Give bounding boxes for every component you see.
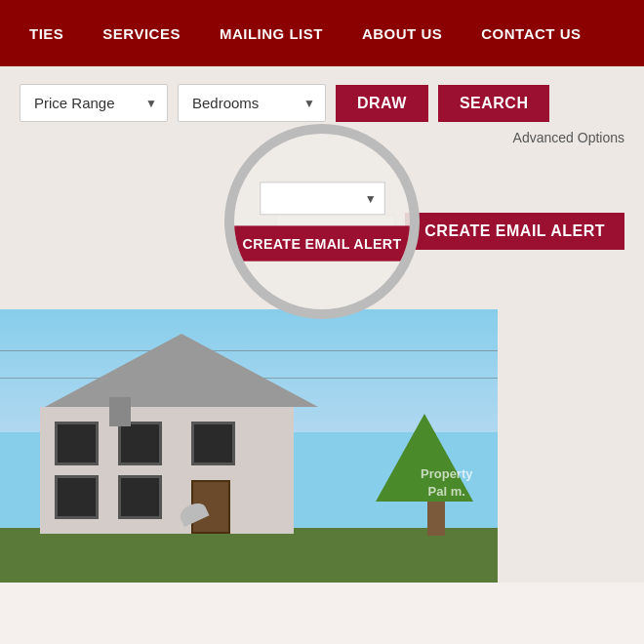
- magnifier-content: ▼ CREATE EMAIL AL­ERT: [227, 181, 417, 261]
- window-1: [55, 422, 99, 465]
- window-3: [191, 422, 235, 465]
- window-4: [55, 475, 99, 519]
- navbar: TIES SERVICES MAILING LIST ABOUT US CONT…: [0, 0, 644, 66]
- search-button[interactable]: SEARCH: [438, 85, 550, 122]
- nav-item-ties[interactable]: TIES: [10, 0, 83, 66]
- magnifier-dropdown-wrap: ▼: [260, 181, 385, 215]
- watermark: Property Pal m.: [421, 465, 472, 501]
- price-range-wrap: Price Range Any £100k £200k £300k £400k …: [20, 84, 168, 122]
- search-row: Price Range Any £100k £200k £300k £400k …: [20, 84, 624, 122]
- nav-item-mailing-list[interactable]: MAILING LIST: [200, 0, 342, 66]
- roof: [45, 334, 318, 407]
- window-2: [118, 422, 162, 465]
- email-alert-button[interactable]: CREATE EMAIL ALERT: [405, 213, 624, 250]
- magnifier-email-alert-button[interactable]: CREATE EMAIL AL­ERT: [227, 225, 417, 261]
- nav-item-services[interactable]: SERVICES: [83, 0, 200, 66]
- bedrooms-wrap: Bedrooms 1 2 3 4 5+ ▼: [178, 84, 326, 122]
- nav-item-about-us[interactable]: ABOUT US: [342, 0, 462, 66]
- tree-trunk: [427, 502, 445, 536]
- watermark-line1: Property: [421, 465, 472, 483]
- window-5: [118, 475, 162, 519]
- house: [40, 334, 314, 534]
- chimney: [109, 397, 131, 426]
- house-body: [40, 407, 294, 534]
- draw-button[interactable]: DRAW: [336, 85, 428, 122]
- bedrooms-select[interactable]: Bedrooms 1 2 3 4 5+: [179, 85, 325, 121]
- magnifier-circle: ▼ CREATE EMAIL AL­ERT: [224, 124, 420, 319]
- property-section: Property Pal m.: [0, 309, 644, 583]
- property-image: Property Pal m.: [0, 309, 498, 583]
- nav-item-contact-us[interactable]: CONTACT US: [462, 0, 600, 66]
- watermark-line2: Pal m.: [421, 483, 472, 501]
- price-range-select[interactable]: Price Range Any £100k £200k £300k £400k …: [20, 85, 167, 121]
- magnifier-sort-select[interactable]: [261, 182, 384, 214]
